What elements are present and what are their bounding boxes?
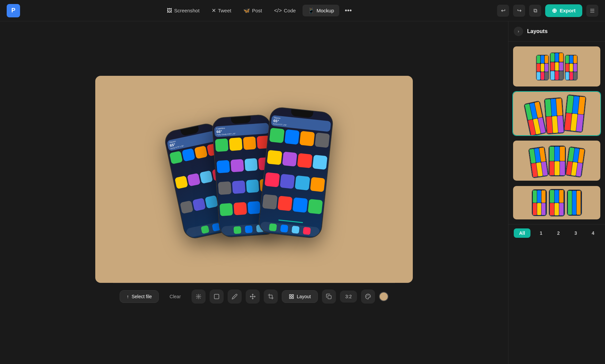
sidebar-toggle-button[interactable]: ›: [514, 27, 523, 36]
dock-icon: [245, 225, 252, 233]
duplicate-icon: [326, 294, 332, 300]
app-icon: [218, 181, 231, 195]
app-icon: [262, 194, 277, 210]
app-icon: [295, 175, 310, 191]
phone-grid-3: [260, 126, 331, 223]
layout-card-1[interactable]: [512, 46, 601, 87]
adjust-icon: [196, 294, 202, 300]
svg-rect-7: [289, 295, 291, 296]
app-icon: [292, 197, 308, 213]
frame-button[interactable]: [210, 290, 224, 304]
settings-button[interactable]: [586, 5, 598, 17]
dock-3: [260, 221, 320, 237]
app-icon: [264, 172, 280, 187]
tweet-icon: ✕: [212, 7, 216, 14]
app-icon: [217, 160, 230, 173]
tab-post[interactable]: 🦋 Post: [238, 5, 267, 16]
sidebar-pagination: All 1 2 3 4: [508, 224, 605, 242]
app-icon: [299, 131, 315, 146]
layout-icon: [289, 294, 294, 299]
phone-screen-3: Tiburon 65° Sunny H:72° L:55°: [258, 107, 333, 238]
crop-icon: [268, 294, 274, 300]
clear-button[interactable]: Clear: [163, 291, 187, 303]
app-icon: [277, 196, 293, 211]
copy-button[interactable]: ⧉: [529, 5, 541, 17]
app-icon: [205, 195, 218, 208]
canvas-wrapper[interactable]: Tiburon 65° Sunny H:73° L:55°: [95, 76, 413, 283]
svg-point-15: [367, 297, 367, 297]
tab-tweet[interactable]: ✕ Tweet: [206, 5, 237, 16]
adjust-button[interactable]: [192, 290, 206, 304]
dock-icon: [291, 226, 299, 234]
upload-icon: ↑: [127, 294, 129, 299]
app-icon: [310, 177, 325, 192]
color-picker-button[interactable]: [379, 292, 388, 301]
sidebar: › Layouts: [508, 21, 605, 364]
tab-code[interactable]: </> Code: [269, 5, 301, 16]
app-icon: [192, 198, 206, 211]
layout-card-2[interactable]: [512, 91, 601, 136]
app-icon: [232, 180, 245, 194]
tab-screenshot[interactable]: 🖼 Screenshot: [161, 5, 205, 16]
layout-preview-2: [513, 92, 600, 135]
svg-rect-9: [289, 297, 291, 299]
undo-button[interactable]: ↩: [497, 5, 509, 17]
page-tab-2[interactable]: 2: [552, 228, 565, 238]
phone-mockup-3: Tiburon 65° Sunny H:72° L:55°: [258, 106, 334, 239]
paint-icon: [365, 294, 371, 300]
app-icon: [315, 133, 330, 148]
select-file-button[interactable]: ↑ Select file: [120, 290, 159, 303]
tab-mockup[interactable]: 📱 Mockup: [302, 5, 340, 16]
dock-icon: [233, 226, 241, 234]
duplicate-button[interactable]: [322, 290, 336, 304]
tab-post-label: Post: [252, 8, 262, 13]
page-tab-4[interactable]: 4: [586, 228, 600, 238]
paint-button[interactable]: [361, 290, 375, 304]
app-icon: [174, 176, 188, 189]
move-button[interactable]: [246, 290, 260, 304]
app-icon: [182, 148, 195, 162]
move-icon: [250, 294, 256, 300]
clear-label: Clear: [169, 294, 180, 299]
svg-rect-8: [292, 295, 293, 296]
post-icon: 🦋: [243, 7, 250, 14]
app-icon: [194, 146, 208, 159]
ratio-button[interactable]: 3:2: [340, 291, 357, 303]
svg-point-13: [369, 296, 370, 296]
main-content: Tiburon 65° Sunny H:73° L:55°: [0, 21, 605, 364]
export-button[interactable]: ⊕ Export: [545, 4, 582, 17]
app-icon: [187, 173, 201, 186]
app-icon: [220, 203, 233, 216]
export-label: Export: [560, 8, 576, 13]
layout-card-4[interactable]: [512, 185, 601, 220]
dock-icon: [303, 227, 311, 235]
mockup-icon: 📱: [308, 7, 315, 14]
app-icon: [247, 201, 261, 214]
layout-button[interactable]: Layout: [282, 290, 318, 303]
edit-button[interactable]: [228, 290, 242, 304]
app-logo[interactable]: P: [7, 4, 20, 17]
layout-preview-1: [513, 46, 600, 86]
app-icon: [243, 137, 256, 150]
redo-button[interactable]: ↪: [513, 5, 525, 17]
dock-icon: [269, 223, 277, 231]
crop-button[interactable]: [264, 290, 278, 304]
undo-icon: ↩: [501, 7, 505, 14]
edit-icon: [232, 294, 238, 300]
layout-grid: [508, 42, 605, 224]
page-tab-all[interactable]: All: [514, 228, 530, 238]
app-icon: [233, 202, 247, 215]
app-icon: [269, 128, 284, 143]
tab-screenshot-label: Screenshot: [174, 8, 200, 13]
canvas-area: Tiburon 65° Sunny H:73° L:55°: [0, 21, 508, 364]
svg-point-12: [368, 295, 369, 295]
layout-card-3[interactable]: [512, 140, 601, 181]
svg-point-14: [367, 295, 367, 296]
more-button[interactable]: •••: [341, 4, 356, 17]
app-icon: [169, 151, 183, 164]
page-tab-3[interactable]: 3: [569, 228, 582, 238]
bottom-toolbar: ↑ Select file Clear: [113, 283, 395, 310]
header: P 🖼 Screenshot ✕ Tweet 🦋 Post </> Code 📱…: [0, 0, 605, 21]
export-plus-icon: ⊕: [552, 7, 557, 14]
page-tab-1[interactable]: 1: [534, 228, 548, 238]
